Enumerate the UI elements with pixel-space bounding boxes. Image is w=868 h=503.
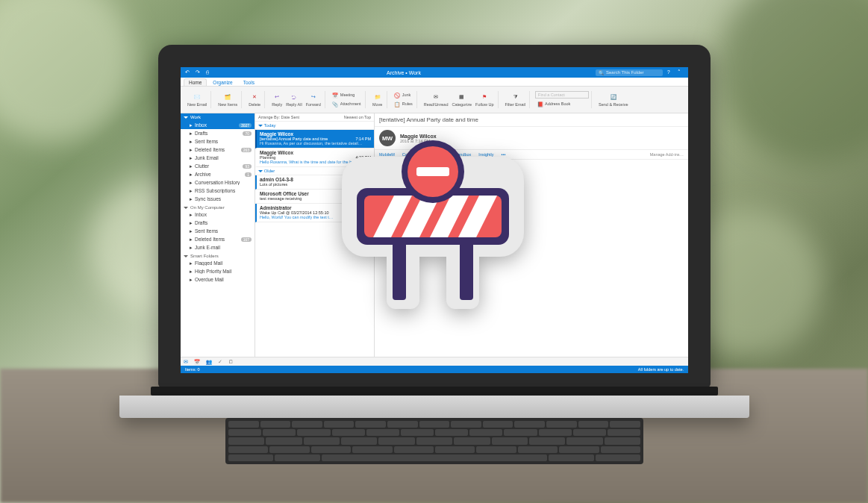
tab-tools[interactable]: Tools xyxy=(239,79,259,86)
msg-group-header[interactable]: Today xyxy=(255,122,374,130)
folder-inbox[interactable]: ▸Inbox xyxy=(181,210,255,219)
mail-view-icon[interactable]: ✉ xyxy=(184,359,188,365)
chevron-down-icon xyxy=(184,207,188,209)
msg-from: Maggie Wilcox xyxy=(260,131,371,137)
folder-icon: ▸ xyxy=(190,180,193,186)
reply-button[interactable]: ↩ Reply xyxy=(270,91,284,108)
forward-icon: ↪ xyxy=(308,92,319,102)
reply-all-button[interactable]: ⮌ Reply All xyxy=(284,91,303,108)
outlook-window: ↶ ↷ ⎙ Archive • Work 🔍 Search This Folde… xyxy=(181,67,688,373)
move-button[interactable]: 📁 Move xyxy=(371,91,384,108)
calendar-view-icon[interactable]: 📅 xyxy=(194,359,200,365)
delete-button[interactable]: ✕ Delete xyxy=(247,91,262,108)
send-receive-button[interactable]: 🔄 Send & Receive xyxy=(597,91,629,108)
help-icon[interactable]: ? xyxy=(667,69,673,75)
count-badge: 93 xyxy=(243,164,252,169)
msg-group-header[interactable]: Older xyxy=(255,167,374,175)
folder-junk-email[interactable]: ▸Junk Email xyxy=(181,154,255,162)
count-badge: 263 xyxy=(241,148,252,152)
folder-icon: ▸ xyxy=(190,212,193,218)
msg-preview: Hello, World! You can modify the text t… xyxy=(260,215,371,219)
tab-organize[interactable]: Organize xyxy=(208,79,237,86)
search-icon: 🔍 xyxy=(599,70,604,75)
nav-bar: ✉ 📅 👥 ✓ 🗒 xyxy=(181,357,688,366)
flag-icon: ⚑ xyxy=(479,92,490,102)
message-item[interactable]: Maggie WilcoxPlanning4:22 PMHello Rosann… xyxy=(255,149,374,167)
folder-sent-items[interactable]: ▸Sent Items xyxy=(181,137,255,146)
address-book-button[interactable]: 📕 Address Book xyxy=(535,100,572,108)
address-book-icon: 📕 xyxy=(537,101,543,107)
message-list: Arrange By: Date Sent Newest on Top Toda… xyxy=(255,113,375,366)
folder-clutter[interactable]: ▸Clutter93 xyxy=(181,162,255,170)
follow-up-button[interactable]: ⚑ Follow Up xyxy=(474,91,495,108)
folder-archive[interactable]: ▸Archive1 xyxy=(181,170,255,178)
addin-link[interactable]: MobileM xyxy=(379,152,395,157)
folder-drafts[interactable]: ▸Drafts70 xyxy=(181,129,255,137)
folder-inbox[interactable]: ▸Inbox3027 xyxy=(181,121,255,129)
folder-icon: ▸ xyxy=(190,269,193,275)
folder-icon: ▸ xyxy=(190,139,193,145)
notes-view-icon[interactable]: 🗒 xyxy=(228,359,234,364)
folder-icon: ▸ xyxy=(190,122,193,128)
msg-from: Administrator xyxy=(260,205,371,210)
categorize-button[interactable]: ▦ Categorize xyxy=(450,91,473,108)
message-item[interactable]: admin O14-3-8Lots of pictures xyxy=(255,175,374,190)
folder-deleted-items[interactable]: ▸Deleted Items167 xyxy=(181,235,255,243)
status-bar: Items: 0 All folders are up to date. xyxy=(181,366,688,373)
people-view-icon[interactable]: 👥 xyxy=(206,359,212,365)
new-items-button2[interactable]: 🗂️ New Items xyxy=(216,91,239,108)
attachment-icon: 📎 xyxy=(332,101,339,107)
account-name: Work xyxy=(190,115,201,119)
ribbon: ✉️ New Email 🗂️ New Items ✕ Delete xyxy=(181,87,688,113)
search-input[interactable]: 🔍 Search This Folder xyxy=(596,69,663,76)
chevron-down-icon xyxy=(258,125,263,127)
folder-overdue-mail[interactable]: ▸Overdue Mail xyxy=(181,275,255,284)
tab-home[interactable]: Home xyxy=(184,78,207,86)
meeting-button[interactable]: 📅 Meeting xyxy=(331,91,357,99)
on-my-computer-group[interactable]: On My Computer xyxy=(181,203,255,210)
folder-junk-e-mail[interactable]: ▸Junk E-mail xyxy=(181,243,255,251)
msg-from: Microsoft Office User xyxy=(260,191,371,196)
folder-deleted-items[interactable]: ▸Deleted Items263 xyxy=(181,146,255,154)
account-header[interactable]: Work xyxy=(181,113,255,121)
message-item[interactable]: Microsoft Office Usertest message receiv… xyxy=(255,190,374,204)
arrange-by[interactable]: Arrange By: Date Sent xyxy=(258,115,299,119)
redo-icon[interactable]: ↷ xyxy=(196,69,202,75)
undo-icon[interactable]: ↶ xyxy=(185,69,191,75)
chevron-up-icon[interactable]: ˄ xyxy=(678,69,684,75)
message-item[interactable]: Maggie Wilcox[tentative] Annual Party da… xyxy=(255,130,374,149)
folder-sync-issues[interactable]: ▸Sync Issues xyxy=(181,195,255,203)
rules-button[interactable]: 📋 Rules xyxy=(393,100,414,108)
forward-button[interactable]: ↪ Forward xyxy=(305,91,322,108)
folder-drafts[interactable]: ▸Drafts xyxy=(181,219,255,227)
folder-rss-subscriptions[interactable]: ▸RSS Subscriptions xyxy=(181,187,255,195)
count-badge: 167 xyxy=(241,237,252,242)
folder-conversation-history[interactable]: ▸Conversation History xyxy=(181,178,255,187)
message-item[interactable]: AdministratorWake Up Call @ 03/27/2014 1… xyxy=(255,204,374,222)
reading-pane: [tentative] Annual Party date and time M… xyxy=(375,113,688,366)
addin-link[interactable]: Insightly xyxy=(478,152,493,157)
window-title: Archive • Work xyxy=(387,70,421,75)
count-badge: 70 xyxy=(243,131,252,136)
addin-link[interactable]: ••• xyxy=(502,152,506,157)
meeting-icon: 📅 xyxy=(332,92,339,99)
junk-button[interactable]: 🚫 Junk xyxy=(393,91,413,99)
msg-preview: Hello Rosanna, What is the time and date… xyxy=(260,160,371,164)
reply-icon: ↩ xyxy=(272,92,282,102)
smart-folders-group[interactable]: Smart Folders xyxy=(181,251,255,259)
addin-link[interactable]: Salesforce Sandbox xyxy=(434,152,471,157)
folder-sent-items[interactable]: ▸Sent Items xyxy=(181,227,255,235)
folder-flagged-mail[interactable]: ▸Flagged Mail xyxy=(181,259,255,267)
filter-email-button[interactable]: ⧩ Filter Email xyxy=(504,91,528,108)
read-unread-button[interactable]: ✉ Read/Unread xyxy=(422,91,450,108)
folder-icon: ▸ xyxy=(190,147,193,153)
new-email-button[interactable]: ✉️ New Email xyxy=(186,91,208,108)
addin-link[interactable]: CodePen test xyxy=(402,152,427,157)
attachment-button[interactable]: 📎 Attachment xyxy=(331,100,363,108)
print-icon[interactable]: ⎙ xyxy=(206,69,212,75)
folder-high-priority-mail[interactable]: ▸High Priority Mail xyxy=(181,267,255,275)
newest-on-top[interactable]: Newest on Top xyxy=(344,115,371,119)
find-contact-input[interactable]: Find a Contact xyxy=(535,91,589,99)
tasks-view-icon[interactable]: ✓ xyxy=(218,359,222,365)
manage-addins-link[interactable]: Manage Add-ins… xyxy=(650,152,684,157)
